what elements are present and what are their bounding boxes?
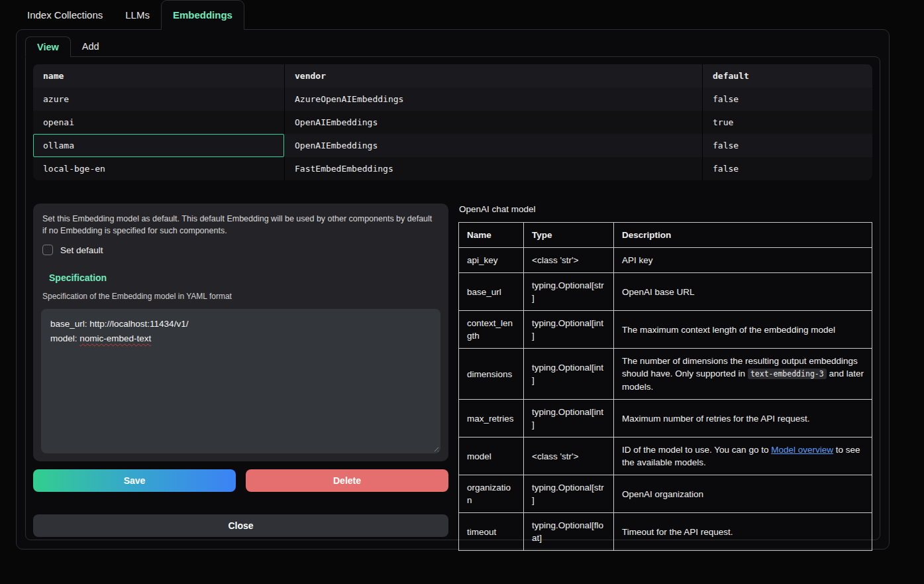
table-cell: OpenAIEmbeddings xyxy=(284,111,702,134)
param-description: ID of the model to use. You can go to Mo… xyxy=(614,438,872,475)
details-table: Name Type Description api_key<class 'str… xyxy=(458,222,872,551)
default-panel: Set this Embedding model as default. Thi… xyxy=(33,204,448,461)
embeddings-table-body: azureAzureOpenAIEmbeddingsfalseopenaiOpe… xyxy=(33,88,872,180)
param-type: <class 'str'> xyxy=(524,438,614,475)
details-row: model<class 'str'>ID of the model to use… xyxy=(459,438,872,475)
specification-subheading: Specification of the Embedding model in … xyxy=(42,292,439,301)
set-default-checkbox-row[interactable]: Set default xyxy=(42,245,440,255)
tab-add[interactable]: Add xyxy=(71,36,111,56)
details-row: organizationtyping.Optional[str]OpenAI o… xyxy=(459,475,872,513)
embeddings-table: name vendor default azureAzureOpenAIEmbe… xyxy=(33,64,872,180)
yaml-model-value: nomic-embed-text xyxy=(79,333,151,343)
details-row: context_lengthtyping.Optional[int]The ma… xyxy=(459,311,872,349)
table-cell: true xyxy=(702,111,872,134)
table-row[interactable]: local-bge-enFastEmbedEmbeddingsfalse xyxy=(33,157,872,180)
table-cell: local-bge-en xyxy=(33,157,284,180)
param-type: typing.Optional[int] xyxy=(524,311,614,349)
details-panel: OpenAI chat model Name Type Description … xyxy=(458,204,872,551)
table-cell: azure xyxy=(33,88,284,111)
details-column-description: Description xyxy=(614,223,872,248)
table-cell: OpenAIEmbeddings xyxy=(284,134,702,157)
default-description: Set this Embedding model as default. Thi… xyxy=(42,213,437,237)
param-description: Maximum number of retries for the API re… xyxy=(614,400,872,438)
param-name: context_length xyxy=(459,311,524,349)
param-description: OpenAI organization xyxy=(614,475,872,513)
param-name: model xyxy=(459,438,524,475)
tab-index-collections[interactable]: Index Collections xyxy=(16,0,114,29)
yaml-line-1: base_url: http://localhost:11434/v1/ xyxy=(50,317,431,331)
specification-heading: Specification xyxy=(49,272,440,283)
table-cell: AzureOpenAIEmbeddings xyxy=(284,88,702,111)
column-header-default: default xyxy=(702,64,872,88)
param-description: The maximum context length of the embedd… xyxy=(614,311,872,349)
embeddings-panel: View Add name vendor default azureAzureO… xyxy=(16,29,890,550)
delete-button[interactable]: Delete xyxy=(246,469,448,492)
save-button[interactable]: Save xyxy=(33,469,236,492)
details-row: timeouttyping.Optional[float]Timeout for… xyxy=(459,513,872,551)
tab-embeddings[interactable]: Embeddings xyxy=(161,0,244,30)
param-name: base_url xyxy=(459,273,524,311)
param-type: typing.Optional[float] xyxy=(524,513,614,551)
table-cell: false xyxy=(702,134,872,157)
details-title: OpenAI chat model xyxy=(459,204,872,214)
param-type: typing.Optional[int] xyxy=(524,349,614,400)
param-description: Timeout for the API request. xyxy=(614,513,872,551)
details-row: max_retriestyping.Optional[int]Maximum n… xyxy=(459,400,872,438)
table-row[interactable]: ollamaOpenAIEmbeddingsfalse xyxy=(33,134,872,157)
param-description: The number of dimensions the resulting o… xyxy=(614,349,872,400)
param-description: API key xyxy=(614,248,872,273)
yaml-line-2: model: nomic-embed-text xyxy=(50,331,431,346)
param-name: api_key xyxy=(459,248,524,273)
top-tab-bar: Index Collections LLMs Embeddings xyxy=(0,0,924,29)
param-type: <class 'str'> xyxy=(524,248,614,273)
param-name: organization xyxy=(459,475,524,513)
resize-handle[interactable] xyxy=(432,445,438,451)
details-row: dimensionstyping.Optional[int]The number… xyxy=(459,349,872,400)
model-overview-link[interactable]: Model overview xyxy=(771,445,833,455)
param-name: timeout xyxy=(459,513,524,551)
table-cell: FastEmbedEmbeddings xyxy=(284,157,702,180)
code-chip: text-embedding-3 xyxy=(748,369,827,379)
param-type: typing.Optional[str] xyxy=(524,273,614,311)
spec-yaml-textarea[interactable]: base_url: http://localhost:11434/v1/ mod… xyxy=(41,309,440,453)
embeddings-table-header: name vendor default xyxy=(33,64,872,88)
param-name: max_retries xyxy=(459,400,524,438)
details-row: api_key<class 'str'>API key xyxy=(459,248,872,273)
table-cell: ollama xyxy=(33,134,284,157)
column-header-vendor: vendor xyxy=(284,64,702,88)
set-default-label: Set default xyxy=(60,245,103,255)
param-name: dimensions xyxy=(459,349,524,400)
details-row: base_urltyping.Optional[str]OpenAI base … xyxy=(459,273,872,311)
param-type: typing.Optional[int] xyxy=(524,400,614,438)
table-cell: false xyxy=(702,157,872,180)
details-table-header: Name Type Description xyxy=(459,223,872,248)
table-row[interactable]: azureAzureOpenAIEmbeddingsfalse xyxy=(33,88,872,111)
details-column-type: Type xyxy=(524,223,614,248)
sub-tab-bar: View Add xyxy=(25,36,880,56)
tab-view[interactable]: View xyxy=(25,36,71,57)
param-type: typing.Optional[str] xyxy=(524,475,614,513)
tab-llms[interactable]: LLMs xyxy=(114,0,161,29)
param-description: OpenAI base URL xyxy=(614,273,872,311)
details-table-body: api_key<class 'str'>API keybase_urltypin… xyxy=(459,248,872,551)
set-default-checkbox[interactable] xyxy=(42,245,53,255)
close-button[interactable]: Close xyxy=(33,514,448,537)
details-column-name: Name xyxy=(459,223,524,248)
table-cell: false xyxy=(702,88,872,111)
view-panel: name vendor default azureAzureOpenAIEmbe… xyxy=(25,56,880,540)
table-row[interactable]: openaiOpenAIEmbeddingstrue xyxy=(33,111,872,134)
table-cell: openai xyxy=(33,111,284,134)
column-header-name: name xyxy=(33,64,284,88)
